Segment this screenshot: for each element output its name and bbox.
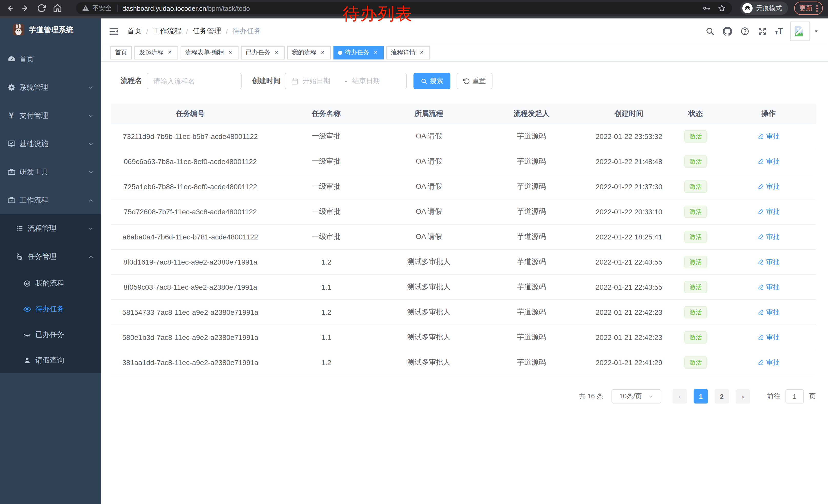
sidebar-item-system[interactable]: 系统管理 xyxy=(0,73,101,101)
edit-pen-icon xyxy=(757,334,764,341)
sidebar-item-task-mgmt[interactable]: 任务管理 xyxy=(0,242,101,271)
page-size-select[interactable]: 10条/页 xyxy=(612,389,661,404)
page-button-2[interactable]: 2 xyxy=(715,389,729,404)
search-button[interactable]: 搜索 xyxy=(413,73,450,89)
process-name: 测试多审批人 xyxy=(383,333,475,342)
approve-link[interactable]: 审批 xyxy=(757,207,780,216)
create-time-label: 创建时间 xyxy=(252,77,281,86)
sidebar-item-done-tasks[interactable]: 已办任务 xyxy=(0,322,101,348)
sidebar-item-process-mgmt[interactable]: 流程管理 xyxy=(0,214,101,242)
tag-done-tasks[interactable]: 已办任务× xyxy=(241,46,285,59)
close-icon[interactable]: × xyxy=(418,49,425,56)
approve-link[interactable]: 审批 xyxy=(757,132,780,141)
workflow-submenu: 流程管理 任务管理 我的流程 待办任务 已办 xyxy=(0,214,101,373)
chevron-down-icon xyxy=(648,394,654,399)
created-time: 2022-01-21 22:42:23 xyxy=(588,333,670,341)
approve-link[interactable]: 审批 xyxy=(757,258,780,267)
sidebar-item-leave-query[interactable]: 请假查询 xyxy=(0,348,101,373)
sidebar-item-workflow[interactable]: 工作流程 xyxy=(0,186,101,214)
created-time: 2022-01-21 22:43:55 xyxy=(588,258,670,266)
task-id: 58154733-7ac8-11ec-a9e2-a2380e71991a xyxy=(111,308,270,316)
next-page-button[interactable]: › xyxy=(736,389,750,404)
page-button-1[interactable]: 1 xyxy=(694,389,708,404)
edit-pen-icon xyxy=(757,158,764,165)
breadcrumb-item[interactable]: 工作流程 xyxy=(153,27,181,36)
github-icon[interactable] xyxy=(722,27,732,36)
approve-link[interactable]: 审批 xyxy=(757,358,780,367)
approve-link[interactable]: 审批 xyxy=(757,282,780,292)
browser-update-button[interactable]: 更新 xyxy=(794,2,823,15)
tag-form-edit[interactable]: 流程表单-编辑× xyxy=(180,46,239,59)
close-icon[interactable]: × xyxy=(372,49,379,56)
approve-link[interactable]: 审批 xyxy=(757,182,780,191)
approve-link[interactable]: 审批 xyxy=(757,157,780,166)
tag-home[interactable]: 首页 xyxy=(110,46,132,59)
created-time: 2022-01-21 22:43:55 xyxy=(588,283,670,291)
tags-view: 首页 发起流程× 流程表单-编辑× 已办任务× 我的流程× 待办任务× 流程详情… xyxy=(101,44,828,61)
task-name: 1.1 xyxy=(270,283,383,291)
tag-process-detail[interactable]: 流程详情× xyxy=(386,46,430,59)
sidebar-item-label: 流程管理 xyxy=(28,224,56,233)
prev-page-button[interactable]: ‹ xyxy=(672,389,687,404)
process-name-input[interactable] xyxy=(147,73,242,89)
help-icon[interactable] xyxy=(740,27,749,36)
font-size-icon[interactable]: TT xyxy=(775,27,783,35)
chevron-up-icon xyxy=(88,254,94,260)
task-name: 1.1 xyxy=(270,333,383,341)
chevron-down-icon xyxy=(88,141,94,147)
flow-tree-icon xyxy=(15,252,24,261)
app-logo-row[interactable]: 芋道管理系统 xyxy=(0,18,101,41)
edit-pen-icon xyxy=(757,309,764,316)
sidebar-item-label: 待办任务 xyxy=(35,305,64,314)
process-name: OA 请假 xyxy=(383,132,475,141)
close-icon[interactable]: × xyxy=(273,49,280,56)
breadcrumb-item[interactable]: 任务管理 xyxy=(193,27,221,36)
toolbox-icon xyxy=(7,168,16,177)
page-content: 流程名 创建时间 开始日期 - 结束日期 搜索 重置 xyxy=(101,73,828,404)
tag-start-process[interactable]: 发起流程× xyxy=(134,46,178,59)
tag-my-process[interactable]: 我的流程× xyxy=(287,46,331,59)
table-row: 725a1eb6-7b88-11ec-8ef0-acde48001122 一级审… xyxy=(111,174,816,199)
approve-link[interactable]: 审批 xyxy=(757,333,780,342)
password-key-icon[interactable] xyxy=(702,4,710,12)
sidebar-item-infra[interactable]: 基础设施 xyxy=(0,130,101,158)
fullscreen-icon[interactable] xyxy=(757,27,767,36)
process-name: 测试多审批人 xyxy=(383,258,475,267)
avatar[interactable] xyxy=(790,21,810,41)
breadcrumb-separator: / xyxy=(146,28,148,35)
date-range-picker[interactable]: 开始日期 - 结束日期 xyxy=(285,73,407,89)
chevron-down-icon[interactable] xyxy=(814,29,819,34)
search-icon[interactable] xyxy=(705,27,714,36)
reload-icon[interactable] xyxy=(37,4,46,13)
sidebar-item-home[interactable]: 首页 xyxy=(0,45,101,73)
divider xyxy=(117,5,117,12)
status-badge: 激活 xyxy=(685,281,707,293)
close-icon[interactable]: × xyxy=(227,49,234,56)
created-time: 2022-01-22 21:37:30 xyxy=(588,183,670,191)
status-badge: 激活 xyxy=(685,205,707,218)
browser-menu-icon[interactable] xyxy=(816,5,818,11)
tag-todo-tasks[interactable]: 待办任务× xyxy=(333,46,384,59)
sidebar-item-devtools[interactable]: 研发工具 xyxy=(0,158,101,186)
back-icon[interactable] xyxy=(5,4,14,13)
table-row: 381aa1dd-7ac8-11ec-a9e2-a2380e71991a 1.2… xyxy=(111,350,816,375)
reset-button[interactable]: 重置 xyxy=(457,73,493,89)
forward-icon[interactable] xyxy=(21,4,30,13)
goto-suffix: 页 xyxy=(809,392,816,401)
bookmark-star-icon[interactable] xyxy=(718,4,726,12)
starter: 芋道源码 xyxy=(475,282,588,292)
approve-link[interactable]: 审批 xyxy=(757,308,780,317)
close-icon[interactable]: × xyxy=(166,49,173,56)
sidebar-item-my-process[interactable]: 我的流程 xyxy=(0,271,101,296)
approve-link[interactable]: 审批 xyxy=(757,232,780,241)
sidebar-fold-icon[interactable] xyxy=(109,26,119,36)
goto-page-input[interactable] xyxy=(785,389,804,404)
breadcrumb-item[interactable]: 首页 xyxy=(127,27,141,36)
app-title: 芋道管理系统 xyxy=(29,25,73,35)
sidebar-item-payment[interactable]: ¥ 支付管理 xyxy=(0,101,101,130)
home-icon[interactable] xyxy=(53,4,62,13)
close-icon[interactable]: × xyxy=(319,49,326,56)
breadcrumb-separator: / xyxy=(186,28,188,35)
sidebar-item-todo-tasks[interactable]: 待办任务 xyxy=(0,296,101,322)
breadcrumb-separator: / xyxy=(226,28,228,35)
